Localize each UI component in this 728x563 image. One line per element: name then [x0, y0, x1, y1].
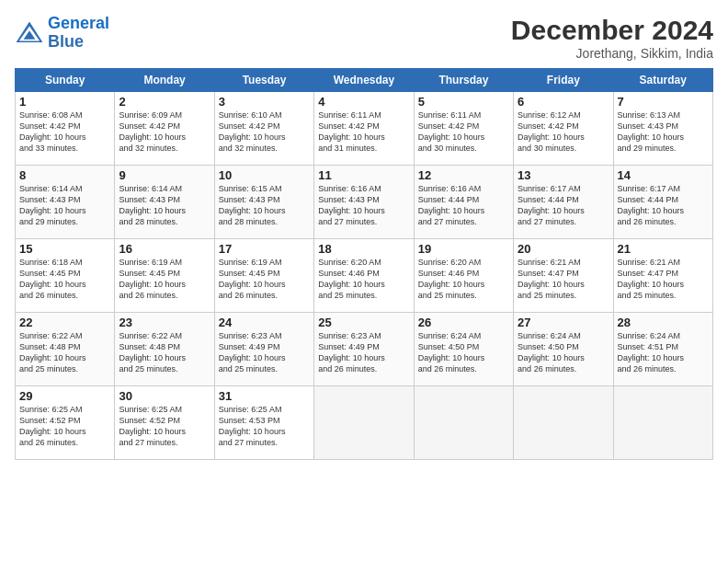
day-info: Sunrise: 6:20 AM Sunset: 4:46 PM Dayligh… [418, 257, 509, 302]
day-info: Sunrise: 6:10 AM Sunset: 4:42 PM Dayligh… [219, 109, 310, 155]
calendar-cell: 17Sunrise: 6:19 AM Sunset: 4:45 PM Dayli… [214, 239, 313, 313]
day-number: 20 [518, 242, 609, 256]
day-number: 9 [119, 168, 210, 182]
calendar-cell: 3Sunrise: 6:10 AM Sunset: 4:42 PM Daylig… [214, 92, 313, 166]
day-header-wednesday: Wednesday [314, 69, 414, 92]
day-info: Sunrise: 6:12 AM Sunset: 4:42 PM Dayligh… [518, 109, 609, 155]
week-row-2: 8Sunrise: 6:14 AM Sunset: 4:43 PM Daylig… [16, 166, 713, 239]
day-number: 19 [418, 242, 509, 256]
day-info: Sunrise: 6:21 AM Sunset: 4:47 PM Dayligh… [518, 257, 609, 302]
day-number: 13 [518, 168, 609, 182]
day-number: 23 [119, 316, 210, 329]
calendar-cell: 26Sunrise: 6:24 AM Sunset: 4:50 PM Dayli… [414, 313, 513, 386]
calendar-cell: 16Sunrise: 6:19 AM Sunset: 4:45 PM Dayli… [115, 239, 214, 313]
day-info: Sunrise: 6:21 AM Sunset: 4:47 PM Dayligh… [618, 257, 709, 302]
day-info: Sunrise: 6:15 AM Sunset: 4:43 PM Dayligh… [219, 183, 310, 228]
calendar-cell [613, 386, 712, 460]
calendar-cell: 15Sunrise: 6:18 AM Sunset: 4:45 PM Dayli… [16, 239, 115, 313]
day-number: 4 [318, 95, 409, 109]
day-number: 29 [19, 389, 110, 403]
logo-icon [15, 20, 44, 46]
week-row-3: 15Sunrise: 6:18 AM Sunset: 4:45 PM Dayli… [16, 239, 713, 313]
day-number: 30 [119, 389, 210, 403]
calendar-cell: 2Sunrise: 6:09 AM Sunset: 4:42 PM Daylig… [115, 92, 214, 166]
day-info: Sunrise: 6:09 AM Sunset: 4:42 PM Dayligh… [119, 109, 210, 155]
day-info: Sunrise: 6:11 AM Sunset: 4:42 PM Dayligh… [418, 109, 509, 155]
day-number: 6 [518, 95, 609, 109]
day-number: 15 [19, 242, 110, 256]
day-number: 10 [219, 168, 310, 182]
day-info: Sunrise: 6:13 AM Sunset: 4:43 PM Dayligh… [618, 109, 709, 155]
day-info: Sunrise: 6:23 AM Sunset: 4:49 PM Dayligh… [219, 330, 310, 375]
week-row-5: 29Sunrise: 6:25 AM Sunset: 4:52 PM Dayli… [16, 386, 713, 460]
calendar-cell: 25Sunrise: 6:23 AM Sunset: 4:49 PM Dayli… [314, 313, 414, 386]
calendar-cell: 12Sunrise: 6:16 AM Sunset: 4:44 PM Dayli… [414, 166, 513, 239]
calendar-cell: 1Sunrise: 6:08 AM Sunset: 4:42 PM Daylig… [16, 92, 115, 166]
logo-text: General Blue [48, 15, 109, 52]
calendar-title: December 2024 [511, 15, 713, 46]
day-number: 26 [418, 316, 509, 329]
day-number: 16 [119, 242, 210, 256]
day-info: Sunrise: 6:17 AM Sunset: 4:44 PM Dayligh… [518, 183, 609, 228]
calendar-cell: 8Sunrise: 6:14 AM Sunset: 4:43 PM Daylig… [16, 166, 115, 239]
calendar-cell: 27Sunrise: 6:24 AM Sunset: 4:50 PM Dayli… [514, 313, 613, 386]
header: General Blue December 2024 Jorethang, Si… [15, 15, 713, 61]
day-info: Sunrise: 6:24 AM Sunset: 4:50 PM Dayligh… [418, 330, 509, 375]
day-number: 12 [418, 168, 509, 182]
title-block: December 2024 Jorethang, Sikkim, India [511, 15, 713, 61]
calendar-cell [314, 386, 414, 460]
calendar-table: SundayMondayTuesdayWednesdayThursdayFrid… [15, 68, 713, 460]
day-number: 3 [219, 95, 310, 109]
day-number: 5 [418, 95, 509, 109]
day-info: Sunrise: 6:14 AM Sunset: 4:43 PM Dayligh… [19, 183, 110, 228]
day-number: 27 [518, 316, 609, 329]
logo: General Blue [15, 15, 109, 52]
day-header-friday: Friday [514, 69, 613, 92]
day-number: 24 [219, 316, 310, 329]
day-info: Sunrise: 6:17 AM Sunset: 4:44 PM Dayligh… [618, 183, 709, 228]
day-info: Sunrise: 6:11 AM Sunset: 4:42 PM Dayligh… [318, 109, 409, 155]
calendar-cell: 31Sunrise: 6:25 AM Sunset: 4:53 PM Dayli… [214, 386, 313, 460]
day-number: 31 [219, 389, 310, 403]
day-header-thursday: Thursday [414, 69, 513, 92]
day-info: Sunrise: 6:08 AM Sunset: 4:42 PM Dayligh… [19, 109, 110, 155]
calendar-cell: 29Sunrise: 6:25 AM Sunset: 4:52 PM Dayli… [16, 386, 115, 460]
day-info: Sunrise: 6:24 AM Sunset: 4:50 PM Dayligh… [518, 330, 609, 375]
day-info: Sunrise: 6:25 AM Sunset: 4:52 PM Dayligh… [119, 404, 210, 449]
day-info: Sunrise: 6:22 AM Sunset: 4:48 PM Dayligh… [119, 330, 210, 375]
calendar-container: General Blue December 2024 Jorethang, Si… [0, 0, 728, 467]
calendar-cell: 24Sunrise: 6:23 AM Sunset: 4:49 PM Dayli… [214, 313, 313, 386]
day-info: Sunrise: 6:14 AM Sunset: 4:43 PM Dayligh… [119, 183, 210, 228]
day-info: Sunrise: 6:19 AM Sunset: 4:45 PM Dayligh… [219, 257, 310, 302]
day-info: Sunrise: 6:16 AM Sunset: 4:44 PM Dayligh… [418, 183, 509, 228]
calendar-cell: 22Sunrise: 6:22 AM Sunset: 4:48 PM Dayli… [16, 313, 115, 386]
day-header-tuesday: Tuesday [214, 69, 313, 92]
calendar-subtitle: Jorethang, Sikkim, India [511, 46, 713, 61]
calendar-cell: 21Sunrise: 6:21 AM Sunset: 4:47 PM Dayli… [613, 239, 712, 313]
calendar-cell: 7Sunrise: 6:13 AM Sunset: 4:43 PM Daylig… [613, 92, 712, 166]
day-info: Sunrise: 6:24 AM Sunset: 4:51 PM Dayligh… [618, 330, 709, 375]
day-header-saturday: Saturday [613, 69, 712, 92]
day-number: 21 [618, 242, 709, 256]
day-header-monday: Monday [115, 69, 214, 92]
calendar-cell [514, 386, 613, 460]
day-number: 8 [19, 168, 110, 182]
week-row-4: 22Sunrise: 6:22 AM Sunset: 4:48 PM Dayli… [16, 313, 713, 386]
day-info: Sunrise: 6:18 AM Sunset: 4:45 PM Dayligh… [19, 257, 110, 302]
day-info: Sunrise: 6:25 AM Sunset: 4:52 PM Dayligh… [19, 404, 110, 449]
calendar-cell: 30Sunrise: 6:25 AM Sunset: 4:52 PM Dayli… [115, 386, 214, 460]
days-header-row: SundayMondayTuesdayWednesdayThursdayFrid… [16, 69, 713, 92]
calendar-cell: 19Sunrise: 6:20 AM Sunset: 4:46 PM Dayli… [414, 239, 513, 313]
day-number: 14 [618, 168, 709, 182]
calendar-cell: 11Sunrise: 6:16 AM Sunset: 4:43 PM Dayli… [314, 166, 414, 239]
calendar-cell: 10Sunrise: 6:15 AM Sunset: 4:43 PM Dayli… [214, 166, 313, 239]
day-info: Sunrise: 6:25 AM Sunset: 4:53 PM Dayligh… [219, 404, 310, 449]
day-number: 2 [119, 95, 210, 109]
day-header-sunday: Sunday [16, 69, 115, 92]
calendar-cell [414, 386, 513, 460]
logo-blue: Blue [48, 32, 84, 51]
day-number: 7 [618, 95, 709, 109]
day-info: Sunrise: 6:20 AM Sunset: 4:46 PM Dayligh… [318, 257, 409, 302]
calendar-cell: 4Sunrise: 6:11 AM Sunset: 4:42 PM Daylig… [314, 92, 414, 166]
day-info: Sunrise: 6:16 AM Sunset: 4:43 PM Dayligh… [318, 183, 409, 228]
